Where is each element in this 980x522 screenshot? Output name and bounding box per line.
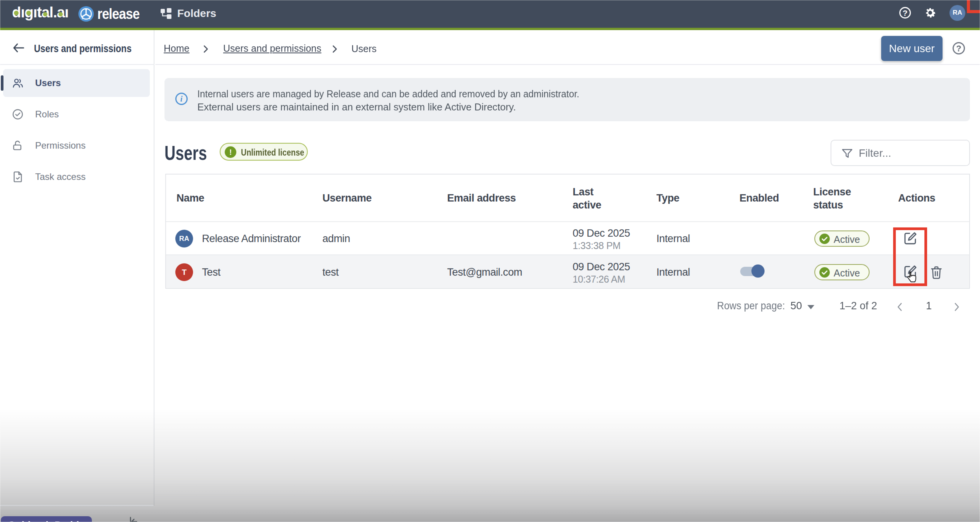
svg-text:dıgıtal.aı: dıgıtal.aı xyxy=(12,4,68,20)
